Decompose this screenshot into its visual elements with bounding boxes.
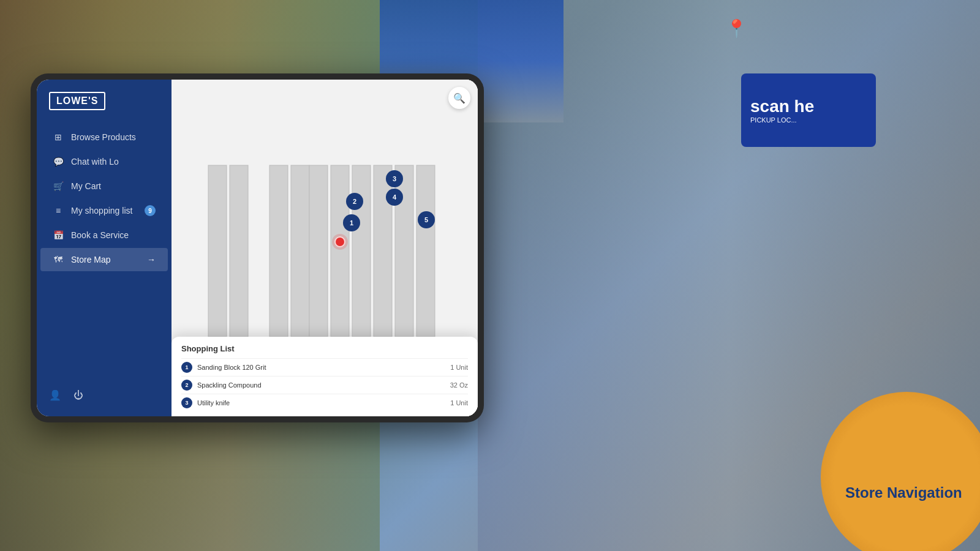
search-icon: 🔍	[453, 92, 466, 104]
svg-text:2: 2	[353, 198, 356, 205]
item-name-1: Sanding Block 120 Grit	[197, 364, 445, 371]
map-icon: 🗺	[53, 254, 64, 265]
svg-text:1: 1	[350, 219, 353, 227]
list-item: 1 Sanding Block 120 Grit 1 Unit	[181, 358, 468, 376]
item-qty-2: 32 Oz	[450, 381, 468, 389]
sidebar-item-chat-with-lo[interactable]: 💬 Chat with Lo	[40, 150, 168, 173]
scan-subtext: PICKUP LOC...	[750, 116, 867, 124]
list-item: 2 Spackling Compound 32 Oz	[181, 376, 468, 394]
shopping-list-title: Shopping List	[181, 344, 468, 353]
grid-icon: ⊞	[53, 132, 64, 143]
shopping-list-panel: Shopping List 1 Sanding Block 120 Grit 1…	[172, 337, 478, 416]
svg-rect-7	[331, 165, 349, 337]
scan-banner: scan he PICKUP LOC...	[741, 73, 876, 147]
svg-rect-4	[270, 165, 288, 337]
sidebar-item-my-shopping-list[interactable]: ≡ My shopping list 9	[40, 199, 168, 222]
map-canvas: 3 5 6 7 2 9 5	[172, 80, 478, 416]
location-pin-icon: 📍	[726, 18, 747, 39]
item-number-2: 2	[181, 380, 192, 391]
user-icon[interactable]: 👤	[49, 389, 61, 401]
nav-arrow-icon: →	[147, 255, 156, 264]
map-area: 3 5 6 7 2 9 5	[172, 80, 478, 416]
item-number-1: 1	[181, 362, 192, 373]
sidebar-label-my-cart: My Cart	[71, 181, 101, 191]
sidebar-item-book-a-service[interactable]: 📅 Book a Service	[40, 223, 168, 247]
sidebar: LOWE'S ⊞ Browse Products 💬 Chat with Lo …	[37, 80, 172, 416]
item-number-3: 3	[181, 397, 192, 408]
logo-box: LOWE'S	[49, 92, 105, 110]
tablet-device: LOWE'S ⊞ Browse Products 💬 Chat with Lo …	[31, 73, 484, 422]
item-qty-1: 1 Unit	[450, 364, 468, 371]
svg-rect-6	[309, 165, 328, 337]
svg-rect-8	[352, 165, 371, 337]
svg-rect-3	[230, 165, 248, 337]
tablet-screen: LOWE'S ⊞ Browse Products 💬 Chat with Lo …	[37, 80, 478, 416]
sidebar-item-store-map[interactable]: 🗺 Store Map →	[40, 248, 168, 271]
item-name-3: Utility knife	[197, 399, 445, 407]
svg-point-43	[332, 234, 348, 250]
power-icon[interactable]: ⏻	[74, 390, 83, 401]
nav-menu: ⊞ Browse Products 💬 Chat with Lo 🛒 My Ca…	[37, 126, 172, 383]
sidebar-label-book-a-service: Book a Service	[71, 230, 129, 240]
item-name-2: Spackling Compound	[197, 381, 445, 389]
chat-icon: 💬	[53, 156, 64, 167]
store-navigation-label: Store Navigation	[845, 484, 962, 502]
shopping-list-badge: 9	[145, 205, 156, 216]
list-item: 3 Utility knife 1 Unit	[181, 394, 468, 411]
scan-text: scan he	[750, 97, 867, 116]
svg-text:3: 3	[393, 175, 396, 182]
svg-rect-5	[291, 165, 309, 337]
sidebar-label-browse-products: Browse Products	[71, 132, 136, 142]
list-icon: ≡	[53, 205, 64, 216]
cart-icon: 🛒	[53, 181, 64, 192]
sidebar-footer: 👤 ⏻	[37, 383, 172, 407]
sidebar-label-chat-with-lo: Chat with Lo	[71, 157, 119, 167]
logo-text: LOWE'S	[56, 96, 98, 106]
logo-container: LOWE'S	[37, 92, 172, 126]
sidebar-item-browse-products[interactable]: ⊞ Browse Products	[40, 126, 168, 149]
sidebar-label-my-shopping-list: My shopping list	[71, 206, 132, 216]
svg-rect-11	[417, 165, 435, 337]
svg-rect-2	[208, 165, 227, 337]
sidebar-item-my-cart[interactable]: 🛒 My Cart	[40, 174, 168, 198]
svg-text:4: 4	[393, 193, 397, 201]
sidebar-label-store-map: Store Map	[71, 255, 111, 264]
svg-text:5: 5	[424, 216, 428, 223]
item-qty-3: 1 Unit	[450, 399, 468, 407]
map-search-button[interactable]: 🔍	[448, 87, 470, 109]
calendar-icon: 📅	[53, 230, 64, 241]
